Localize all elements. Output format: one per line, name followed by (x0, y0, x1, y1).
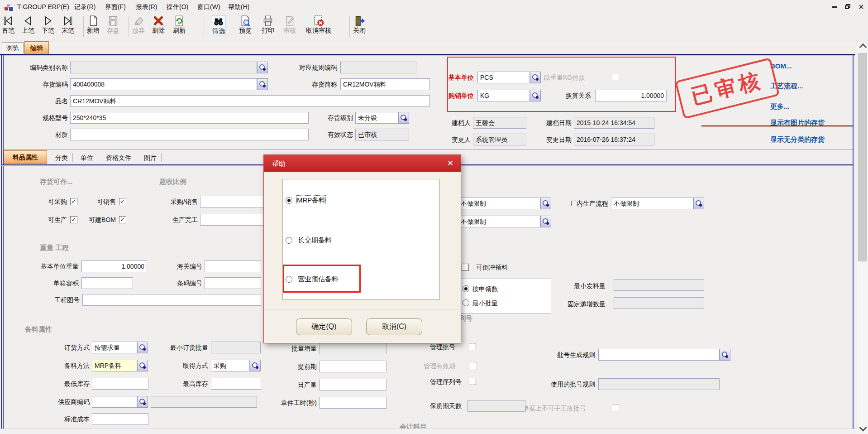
acquire-mode-lookup-button[interactable] (250, 360, 261, 371)
customs-code-input[interactable] (205, 260, 261, 272)
lead-time-input[interactable] (320, 361, 386, 372)
base-unit-input[interactable]: PCS (477, 72, 530, 83)
unit-weight-input[interactable]: 1.00000 (81, 260, 147, 272)
option-mrp-radio[interactable] (286, 197, 292, 204)
option-long-leadtime-radio[interactable] (286, 237, 292, 244)
drawing-no-input[interactable] (82, 294, 261, 306)
tab-units[interactable]: 单位 (76, 153, 98, 162)
production-ratio-input[interactable] (200, 214, 268, 226)
supplier-code-input[interactable] (92, 396, 137, 408)
grade-input[interactable]: 未分级 (355, 112, 398, 124)
restrict-dropdown-2[interactable]: 不做限制 (458, 216, 540, 227)
menu-interface[interactable]: 界面(F) (103, 2, 128, 11)
toolbar-preview-button[interactable]: 预览 (239, 15, 252, 34)
menu-app[interactable]: T-GROUP ERP(E) (15, 2, 71, 11)
code-category-lookup-button[interactable] (257, 62, 268, 73)
batch-rule-dropdown[interactable] (598, 349, 720, 361)
backflush-checkbox[interactable] (462, 264, 469, 271)
acquire-mode-dropdown[interactable]: 采购 (211, 360, 250, 371)
order-mode-dropdown[interactable]: 按需求量 (92, 342, 137, 353)
option-business-forecast-label[interactable]: 营业预估备料 (298, 275, 339, 284)
menu-window[interactable]: 窗口(W) (196, 2, 222, 11)
std-cost-input[interactable] (92, 413, 148, 425)
factory-flow-dropdown[interactable]: 不做限制 (611, 198, 693, 209)
no-manual-batch-checkbox[interactable] (612, 404, 619, 411)
min-order-input[interactable] (211, 342, 261, 353)
unit-hours-input[interactable] (320, 397, 386, 409)
trade-unit-lookup-button[interactable] (530, 90, 541, 101)
min-stock-input[interactable] (92, 378, 148, 390)
show-unclassified-link[interactable]: 显示无分类的存货 (770, 135, 825, 144)
fixed-increment-input[interactable] (614, 297, 704, 309)
base-unit-lookup-button[interactable] (530, 72, 541, 83)
grade-lookup-button[interactable] (398, 112, 409, 124)
toolbar-cancel-audit-button[interactable]: 取消审核 (306, 15, 331, 34)
tab-edit[interactable]: 编辑 (24, 41, 49, 54)
tab-qualification[interactable]: 资格文件 (101, 153, 136, 162)
horizontal-scrollbar[interactable] (0, 429, 857, 434)
order-mode-lookup-button[interactable] (137, 342, 148, 353)
sellable-checkbox[interactable] (119, 198, 126, 205)
shelf-days-input[interactable] (467, 400, 525, 412)
option-mrp-label[interactable]: MRP备料 (297, 196, 325, 205)
conversion-input[interactable]: 1.00000 (595, 90, 667, 101)
cancel-button[interactable]: 取消(C) (366, 318, 422, 335)
pay-by-weight-checkbox[interactable] (612, 73, 619, 80)
toolbar-first-button[interactable]: 首笔 (2, 15, 14, 34)
prep-method-lookup-button[interactable] (137, 360, 148, 371)
menu-help[interactable]: 帮助(H) (226, 2, 251, 11)
trade-unit-input[interactable]: KG (477, 90, 530, 101)
daily-output-input[interactable] (320, 379, 386, 391)
prep-method-dropdown[interactable]: MRP备料 (92, 360, 137, 371)
item-code-input[interactable]: 400400008 (70, 78, 257, 90)
supplier-lookup-button[interactable] (137, 396, 148, 408)
scrollbar-thumb[interactable] (858, 53, 867, 261)
dialog-close-icon[interactable]: ✕ (445, 159, 455, 169)
factory-flow-lookup-button[interactable] (693, 198, 704, 209)
tab-classification[interactable]: 分类 (51, 153, 73, 162)
producible-checkbox[interactable] (70, 216, 77, 223)
more-link[interactable]: 更多... (770, 102, 790, 111)
bom-link[interactable]: BOM... (770, 62, 792, 70)
item-code-lookup-button[interactable] (257, 78, 268, 90)
batch-increment-input[interactable] (320, 342, 386, 354)
close-icon[interactable]: ✕ (856, 3, 866, 11)
toolbar-filter-button[interactable]: 筛选 (212, 15, 225, 35)
min-issue-input[interactable] (614, 279, 704, 291)
toolbar-save-button[interactable]: 存盘 (107, 15, 119, 34)
code-category-input[interactable] (70, 62, 257, 73)
toolbar-print-button[interactable]: 打印 (262, 15, 274, 34)
minimize-icon[interactable] (829, 3, 839, 11)
toolbar-refresh-button[interactable]: 刷新 (173, 15, 186, 34)
toolbar-audit-button[interactable]: 审核 (283, 15, 296, 34)
toolbar-close-button[interactable]: 关闭 (353, 15, 366, 34)
manage-serial-checkbox[interactable] (469, 378, 476, 385)
option-long-leadtime-label[interactable]: 长交期备料 (298, 236, 332, 245)
purchase-sales-ratio-input[interactable] (200, 196, 268, 207)
rule-code-input[interactable] (340, 62, 416, 73)
toolbar-new-button[interactable]: 新增 (87, 15, 100, 34)
tab-item-properties[interactable]: 料品属性 (4, 150, 47, 164)
issue-min-batch-radio[interactable] (463, 299, 469, 306)
manage-expiry-checkbox[interactable] (470, 362, 477, 369)
toolbar-next-button[interactable]: 下笔 (42, 15, 54, 34)
menu-report[interactable]: 报表(R) (134, 2, 159, 11)
purchasable-checkbox[interactable] (70, 198, 77, 205)
show-with-images-link[interactable]: 显示有图片的存货 (770, 119, 825, 127)
issue-by-request-radio[interactable] (463, 285, 469, 292)
product-name-input[interactable]: CR12MOV精料 (70, 95, 430, 107)
option-business-forecast-radio[interactable] (286, 276, 292, 283)
menu-operation[interactable]: 操作(O) (165, 2, 190, 11)
toolbar-prev-button[interactable]: 上笔 (22, 15, 34, 34)
manage-batch-checkbox[interactable] (469, 343, 476, 350)
restrict-dropdown-1[interactable]: 不做限制 (458, 198, 540, 209)
restrict-1-lookup-button[interactable] (540, 198, 551, 209)
item-alias-input[interactable]: CR12MOV精料 (340, 78, 430, 90)
box-volume-input[interactable] (81, 277, 133, 289)
material-input[interactable] (70, 129, 309, 140)
can-build-bom-checkbox[interactable] (119, 216, 126, 223)
toolbar-delete-button[interactable]: 删除 (152, 15, 165, 34)
restore-icon[interactable] (843, 3, 853, 11)
restrict-2-lookup-button[interactable] (540, 216, 551, 227)
tab-browse[interactable]: 浏览 (2, 42, 24, 53)
